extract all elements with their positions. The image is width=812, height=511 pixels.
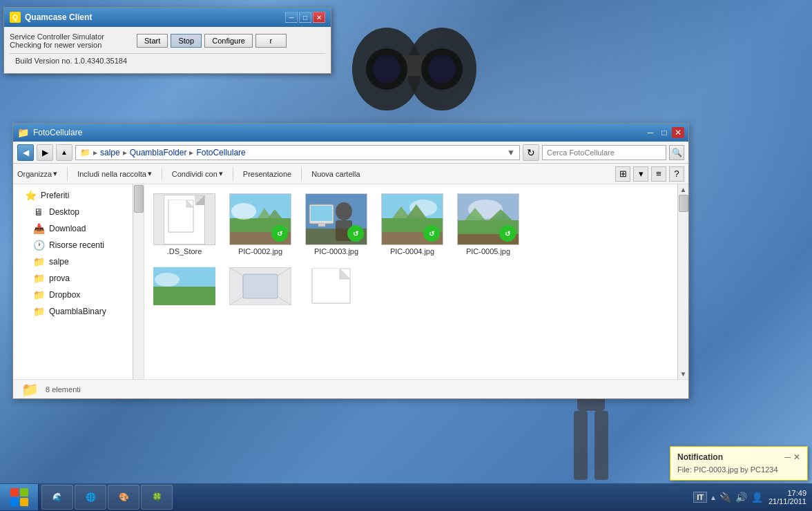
sidebar-scrollbar[interactable]	[133, 184, 144, 379]
view-btn-2[interactable]: ≡	[651, 166, 666, 182]
checking-label: Checking for newer version	[10, 41, 134, 49]
clock-time: 17:49	[787, 489, 806, 497]
notification-minimize-btn[interactable]: ─	[784, 452, 791, 462]
file-pic-0002[interactable]: ↺ PIC-0002.jpg	[226, 190, 295, 259]
notification-close-btn[interactable]: ✕	[793, 452, 800, 462]
r-button[interactable]: r	[255, 34, 287, 48]
search-button[interactable]: 🔍	[669, 145, 684, 160]
path-dropdown-btn[interactable]: ▼	[507, 148, 515, 157]
network-icon[interactable]: 🔌	[719, 492, 731, 503]
file-pic-0007[interactable]	[226, 264, 295, 308]
toolbar-sep-4	[301, 168, 302, 180]
pic-0008-thumb	[305, 267, 367, 305]
path-quambla[interactable]: QuamblaFolder	[130, 148, 187, 157]
sys-tray-arrow[interactable]: ▲	[710, 494, 717, 501]
toolbar-sep-2	[162, 168, 162, 180]
quamcase-close-btn[interactable]: ✕	[313, 12, 325, 23]
quamcase-titlebar-left: Q Quamcase Client	[10, 12, 92, 23]
svg-rect-48	[20, 498, 28, 506]
file-pic-0008[interactable]	[302, 264, 371, 308]
svg-rect-46	[20, 488, 28, 496]
desktop-icon: 🖥	[32, 206, 45, 218]
search-input[interactable]	[542, 145, 666, 160]
configure-button[interactable]: Configure	[204, 34, 253, 48]
sys-tray-icons: 🔌 🔊 👤	[719, 492, 763, 503]
back-button[interactable]: ◀	[17, 144, 34, 161]
toolbar-sep-3	[233, 168, 233, 180]
taskbar-right: IT ▲ 🔌 🔊 👤 17:49 21/11/2011	[688, 483, 812, 511]
forward-button[interactable]: ▶	[37, 144, 53, 161]
quamcase-badge-0003: ↺	[347, 225, 364, 242]
scroll-thumb[interactable]	[679, 195, 688, 212]
sidebar-item-prova[interactable]: 📁 prova	[13, 270, 144, 287]
sidebar-item-dropbox[interactable]: 📁 Dropbox	[13, 287, 144, 303]
address-path: 📁 ▸ salpe ▸ QuamblaFolder ▸ FotoCellular…	[75, 145, 520, 160]
refresh-button[interactable]: ↻	[523, 144, 539, 161]
quamcase-content: Service Controller Simulator Checking fo…	[4, 27, 331, 73]
files-row-2	[150, 264, 672, 308]
file-pic-0005[interactable]: ↺ PIC-0005.jpg	[454, 190, 523, 259]
explorer-minimize-btn[interactable]: ─	[644, 127, 657, 138]
stop-button[interactable]: Stop	[171, 34, 202, 48]
quamcase-window: Q Quamcase Client ─ □ ✕ Service Controll…	[3, 7, 331, 74]
sidebar-item-quambla-binary[interactable]: 📁 QuamblaBinary	[13, 303, 144, 320]
toolbar-condividi[interactable]: Condividi con ▾	[172, 169, 223, 178]
file-ds-store[interactable]: .DS_Store	[150, 190, 219, 259]
explorer-maximize-btn[interactable]: □	[658, 127, 670, 138]
volume-icon[interactable]: 🔊	[735, 492, 747, 503]
path-salpe[interactable]: salpe	[100, 148, 120, 157]
help-btn[interactable]: ?	[669, 166, 684, 182]
quamcase-maximize-btn[interactable]: □	[299, 12, 311, 23]
explorer-window: 📁 FotoCellulare ─ □ ✕ ◀ ▶ ▲ 📁 ▸ salpe ▸ …	[12, 123, 689, 399]
notification-header: Notification ─ ✕	[677, 452, 800, 462]
sidebar-item-desktop[interactable]: 🖥 Desktop	[13, 204, 144, 220]
pic-0003-label: PIC-0003.jpg	[314, 247, 358, 256]
file-pic-0003[interactable]: ↺ PIC-0003.jpg	[302, 190, 371, 259]
lang-indicator[interactable]: IT	[693, 492, 707, 503]
notification-controls: ─ ✕	[784, 452, 800, 462]
explorer-close-btn[interactable]: ✕	[672, 127, 684, 138]
view-dropdown-btn[interactable]: ▾	[633, 166, 648, 182]
sidebar-scrollbar-thumb	[134, 185, 144, 213]
toolbar-presentazione[interactable]: Presentazione	[243, 170, 291, 178]
up-button[interactable]: ▲	[56, 144, 72, 161]
address-bar: ◀ ▶ ▲ 📁 ▸ salpe ▸ QuamblaFolder ▸ FotoCe…	[13, 142, 688, 164]
start-button[interactable]	[0, 484, 39, 510]
view-btn-1[interactable]: ⊞	[615, 166, 630, 182]
toolbar-nuova-cartella[interactable]: Nuova cartella	[311, 170, 360, 178]
toolbar-includi[interactable]: Includi nella raccolta ▾	[77, 169, 152, 178]
folder-quambla-icon: 📁	[32, 306, 45, 317]
status-count: 8 elementi	[46, 385, 81, 394]
taskbar-app-2[interactable]: 🎨	[108, 485, 139, 510]
scroll-down-arrow[interactable]: ▼	[680, 370, 687, 378]
sidebar-item-risorse[interactable]: 🕐 Risorse recenti	[13, 237, 144, 253]
svg-point-15	[231, 203, 256, 220]
sidebar-item-preferiti[interactable]: ⭐ Preferiti	[13, 187, 144, 204]
start-button[interactable]: Start	[137, 34, 168, 48]
files-scrollbar[interactable]: ▲ ▼	[677, 184, 688, 379]
taskbar-clock[interactable]: 17:49 21/11/2011	[768, 489, 806, 505]
taskbar-app-0[interactable]: 🌊	[41, 485, 73, 510]
svg-rect-45	[10, 488, 19, 496]
scroll-up-arrow[interactable]: ▲	[680, 186, 687, 193]
file-pic-0004[interactable]: ↺ PIC-0004.jpg	[378, 190, 447, 259]
sidebar-item-salpe[interactable]: 📁 salpe	[13, 253, 144, 270]
notification-message: File: PIC-0003.jpg by PC1234	[677, 465, 778, 474]
toolbar-organizza[interactable]: Organizza ▾	[17, 169, 57, 178]
explorer-statusbar: 📁 8 elementi	[13, 379, 688, 398]
taskbar-app-3[interactable]: 🍀	[141, 485, 173, 510]
svg-point-6	[428, 55, 456, 83]
binoculars-decoration	[345, 0, 483, 138]
user-icon[interactable]: 👤	[751, 492, 763, 503]
files-row-1: .DS_Store	[150, 190, 672, 259]
file-pic-0006[interactable]	[150, 264, 219, 308]
pic-0004-label: PIC-0004.jpg	[390, 247, 434, 256]
sidebar-item-download[interactable]: 📥 Download	[13, 220, 144, 237]
path-fotocellulare[interactable]: FotoCellulare	[196, 148, 245, 157]
pic-0007-thumb	[229, 267, 291, 305]
quamcase-minimize-btn[interactable]: ─	[285, 12, 298, 23]
files-area: .DS_Store	[144, 184, 688, 379]
taskbar-app-1[interactable]: 🌐	[75, 485, 106, 510]
svg-rect-43	[243, 274, 278, 298]
explorer-body: ⭐ Preferiti 🖥 Desktop 📥 Download 🕐 Risor…	[13, 184, 688, 379]
